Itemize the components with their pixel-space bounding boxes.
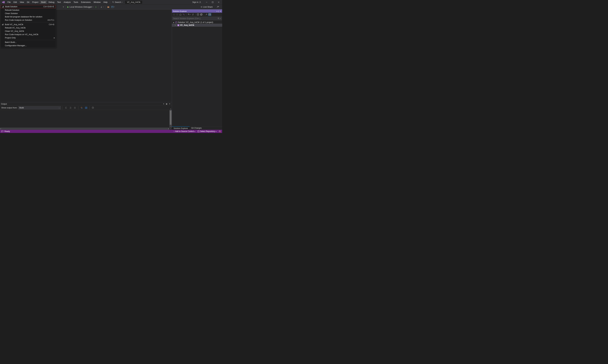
menu-extensions[interactable]: Extensions (80, 0, 92, 4)
solution-icon (175, 21, 177, 23)
search-button[interactable]: Search ▾ (111, 1, 124, 4)
panel-dropdown-button[interactable]: ▾ (163, 103, 165, 105)
menu-debug[interactable]: Debug (47, 0, 56, 4)
fire-icon (100, 6, 103, 8)
build-menu-item[interactable]: Rebuild Solution (0, 8, 56, 12)
select-repository-button[interactable]: Select Repository ▴ (198, 130, 216, 132)
svg-rect-30 (86, 107, 87, 109)
build-menu-item[interactable]: Run Code Analysis on SolutionAlt+F11 (0, 18, 56, 22)
output-source-dropdown[interactable]: Build ⌄ (18, 106, 61, 109)
output-clear-button[interactable] (73, 106, 77, 109)
start-debugging-button[interactable]: ▶ Local Windows Debugger ▾ (66, 5, 94, 9)
se-switch-views-button[interactable] (182, 13, 185, 16)
box-icon (107, 6, 109, 8)
se-sync-button[interactable] (191, 13, 194, 16)
menu-items: FileEditViewGitProjectBuildDebugTestAnal… (6, 0, 109, 4)
menu-build[interactable]: Build (40, 0, 47, 4)
expand-icon[interactable]: ▷ (175, 24, 177, 26)
se-showall-button[interactable] (200, 13, 203, 16)
build-menu-item[interactable]: Clean Solution (0, 12, 56, 15)
panel-pin-button[interactable]: ▯ (218, 11, 219, 12)
output-clock-button[interactable] (91, 106, 94, 109)
submenu-arrow-icon: ▶ (54, 37, 55, 39)
sign-in-button[interactable]: Sign in (191, 0, 202, 4)
toolbox-button2[interactable]: ▾ (110, 5, 116, 9)
build-menu-item[interactable]: Rebuild VC_Acq_IntClk (0, 26, 56, 29)
output-text-area[interactable]: ▴ ▾ ◂▸ (0, 110, 172, 130)
panel-dropdown-button[interactable]: ▾ (217, 11, 217, 12)
build-menu-item[interactable]: Batch Build... (0, 40, 56, 44)
solution-explorer-header[interactable]: Solution Explorer ▾ ▯ ✕ (172, 10, 222, 13)
svg-point-35 (176, 14, 178, 15)
se-tab-git-changes[interactable]: Git Changes (189, 127, 203, 130)
menu-test[interactable]: Test (56, 0, 62, 4)
close-button[interactable] (216, 0, 222, 4)
menu-item-label: Clean VC_Acq_IntClk (5, 30, 55, 32)
menu-item-label: Clean Solution (5, 12, 55, 14)
hot-reload-button[interactable]: ▾ (99, 5, 105, 9)
menu-project[interactable]: Project (31, 0, 40, 4)
panel-pin-button[interactable]: ▣ (165, 103, 168, 105)
output-showprogram-button[interactable] (84, 106, 88, 109)
se-preview-button[interactable] (208, 13, 211, 16)
se-properties-button[interactable] (205, 13, 208, 16)
vertical-scrollbar[interactable]: ▴ ▾ (169, 110, 172, 128)
expand-icon[interactable]: ◢ (173, 22, 174, 23)
upload-icon: ↑ (173, 130, 174, 132)
build-menu-item[interactable]: Run Code Analysis on VC_Acq_IntClk (0, 33, 56, 36)
se-back-button[interactable] (172, 13, 175, 16)
se-forward-button[interactable] (176, 13, 179, 16)
output-goto-prev-button[interactable] (64, 106, 68, 109)
filter-icon (188, 13, 190, 15)
menu-analyze[interactable]: Analyze (62, 0, 72, 4)
platform-dropdown[interactable]: ▾ (57, 6, 65, 8)
build-menu-item[interactable]: Project Only▶ (0, 36, 56, 39)
toolbox-button1[interactable] (106, 5, 110, 9)
se-filter-button[interactable]: ▾ (187, 13, 191, 16)
menu-view[interactable]: View (18, 0, 26, 4)
title-project: VC_Acq_IntClk (125, 1, 142, 4)
svg-rect-13 (3, 6, 3, 7)
menu-window[interactable]: Window (92, 0, 102, 4)
tree-project-node[interactable]: ▷ ++ VC_Acq_IntClk (172, 24, 222, 26)
menu-edit[interactable]: Edit (12, 0, 18, 4)
svg-line-33 (93, 108, 93, 108)
program-icon (85, 107, 87, 109)
solution-explorer-search[interactable]: ▾ (172, 17, 222, 20)
menu-help[interactable]: Help (102, 0, 109, 4)
live-share-button[interactable]: Live Share (199, 5, 214, 9)
maximize-button[interactable] (210, 0, 215, 4)
menu-git[interactable]: Git (26, 0, 31, 4)
build-menu-item[interactable]: Clean VC_Acq_IntClk (0, 29, 56, 33)
menu-item-label: Batch Build... (5, 41, 55, 43)
output-goto-next-button[interactable] (69, 106, 72, 109)
share-icon (200, 6, 202, 8)
se-home-button[interactable] (179, 13, 182, 16)
svg-rect-42 (209, 14, 211, 15)
build-menu-item[interactable]: Configuration Manager... (0, 44, 56, 47)
horizontal-scrollbar[interactable]: ◂▸ (0, 128, 169, 130)
minimize-button[interactable] (204, 0, 210, 4)
user-icon (199, 1, 201, 3)
build-menu-item[interactable]: Build VC_Acq_IntClkCtrl+B (0, 23, 56, 26)
se-tab-solution-explorer[interactable]: Solution Explorer (172, 127, 189, 130)
debugger-label: Local Windows Debugger (69, 6, 92, 8)
svg-rect-16 (2, 24, 3, 25)
bell-icon: 1 (219, 130, 221, 132)
tree-solution-node[interactable]: ◢ Solution 'VC_Acq_IntClk' (1 of 1 proje… (172, 21, 222, 24)
panel-close-button[interactable]: ✕ (169, 103, 171, 105)
build-menu-item[interactable]: Build SolutionCtrl+Shift+B (1, 5, 56, 8)
menu-file[interactable]: File (6, 0, 12, 4)
add-source-control-button[interactable]: ↑ Add to Source Control ▴ (173, 130, 195, 132)
solution-tree: ◢ Solution 'VC_Acq_IntClk' (1 of 1 proje… (172, 21, 222, 126)
panel-close-button[interactable]: ✕ (220, 11, 221, 12)
output-wordwrap-button[interactable] (80, 106, 83, 109)
build-menu-dropdown: Build SolutionCtrl+Shift+BRebuild Soluti… (0, 4, 56, 48)
start-without-debug-button[interactable]: ▷ (94, 5, 98, 9)
menu-tools[interactable]: Tools (72, 0, 80, 4)
se-collapse-button[interactable] (197, 13, 199, 16)
se-search-input[interactable] (173, 17, 218, 20)
notifications-button[interactable]: 1 (219, 130, 221, 132)
feedback-button[interactable] (216, 5, 220, 9)
build-menu-item[interactable]: Build full program database file for sol… (0, 15, 56, 18)
